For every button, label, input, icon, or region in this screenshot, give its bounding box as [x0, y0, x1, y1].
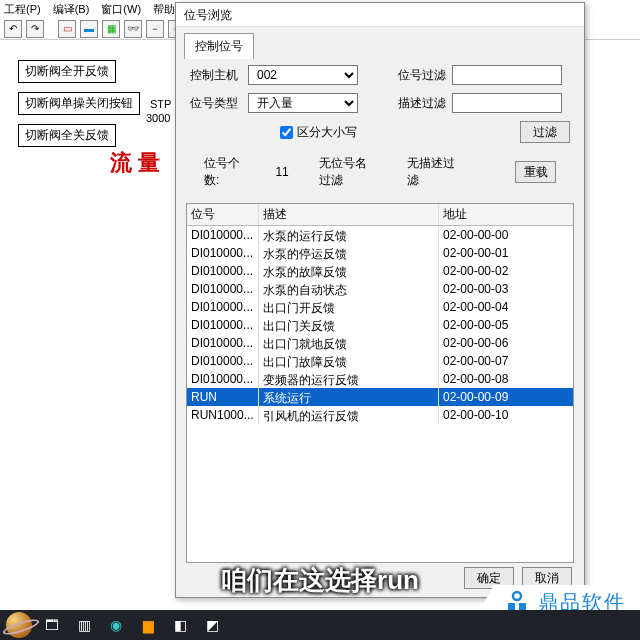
- col-desc[interactable]: 描述: [259, 204, 439, 225]
- table-row[interactable]: DI010000...出口门故障反馈02-00-00-07: [187, 352, 573, 370]
- tool-zoom-out-icon[interactable]: －: [146, 20, 164, 38]
- label-type: 位号类型: [190, 95, 242, 112]
- label-count: 位号个数:: [204, 155, 245, 189]
- label-host: 控制主机: [190, 67, 242, 84]
- label-flow: 流 量: [110, 148, 160, 178]
- table-row[interactable]: DI010000...出口门就地反馈02-00-00-06: [187, 334, 573, 352]
- design-canvas: 切断阀全开反馈 切断阀单操关闭按钮 切断阀全关反馈 STP 3000 流 量: [0, 40, 180, 600]
- tool-redo-icon[interactable]: ↷: [26, 20, 44, 38]
- table-row[interactable]: DI010000...水泵的自动状态02-00-00-03: [187, 280, 573, 298]
- label-stp: STP: [150, 98, 171, 110]
- taskbar[interactable]: 🗔 ▥ ◉ ▆ ◧ ◩: [0, 610, 640, 640]
- menu-window[interactable]: 窗口(W): [101, 2, 141, 16]
- tool-binoculars-icon[interactable]: 👓: [124, 20, 142, 38]
- select-host[interactable]: 002: [248, 65, 358, 85]
- checkbox-case[interactable]: [280, 126, 293, 139]
- table-row[interactable]: RUN1000...引风机的运行反馈02-00-00-10: [187, 406, 573, 424]
- svg-point-0: [513, 592, 521, 600]
- tool-rect-icon[interactable]: ▭: [58, 20, 76, 38]
- label-case: 区分大小写: [297, 124, 357, 141]
- task-app2-icon[interactable]: ▥: [72, 613, 96, 637]
- svg-rect-1: [508, 603, 515, 610]
- node-valve-open[interactable]: 切断阀全开反馈: [18, 60, 116, 83]
- col-tag[interactable]: 位号: [187, 204, 259, 225]
- select-type[interactable]: 开入量: [248, 93, 358, 113]
- node-valve-closed[interactable]: 切断阀全关反馈: [18, 124, 116, 147]
- table-row[interactable]: DI010000...出口门开反馈02-00-00-04: [187, 298, 573, 316]
- label-nodesc: 无描述过滤: [407, 155, 455, 189]
- task-folder-icon[interactable]: ▆: [136, 613, 160, 637]
- reload-button[interactable]: 重载: [515, 161, 556, 183]
- table-row[interactable]: DI010000...水泵的故障反馈02-00-00-02: [187, 262, 573, 280]
- table-row[interactable]: DI010000...水泵的停运反馈02-00-00-01: [187, 244, 573, 262]
- tool-fill-icon[interactable]: ▬: [80, 20, 98, 38]
- dialog-title: 位号浏览: [176, 3, 584, 27]
- label-tag-filter: 位号过滤: [394, 67, 446, 84]
- menu-project[interactable]: 工程(P): [4, 2, 41, 16]
- label-noname: 无位号名过滤: [319, 155, 377, 189]
- table-body: DI010000...水泵的运行反馈02-00-00-00DI010000...…: [187, 226, 573, 424]
- tag-table[interactable]: 位号 描述 地址 DI010000...水泵的运行反馈02-00-00-00DI…: [186, 203, 574, 563]
- node-valve-close-btn[interactable]: 切断阀单操关闭按钮: [18, 92, 140, 115]
- table-row[interactable]: DI010000...出口门关反馈02-00-00-05: [187, 316, 573, 334]
- input-tag-filter[interactable]: [452, 65, 562, 85]
- tag-browse-dialog: 位号浏览 控制位号 控制主机 002 位号过滤 位号类型 开入量 描述过滤 区分…: [175, 2, 585, 598]
- input-desc-filter[interactable]: [452, 93, 562, 113]
- table-row[interactable]: DI010000...变频器的运行反馈02-00-00-08: [187, 370, 573, 388]
- start-icon[interactable]: [6, 612, 32, 638]
- tool-grid-icon[interactable]: ▦: [102, 20, 120, 38]
- label-3000: 3000: [146, 112, 170, 124]
- col-addr[interactable]: 地址: [439, 204, 549, 225]
- menu-compile[interactable]: 编译(B): [53, 2, 90, 16]
- task-app4-icon[interactable]: ◩: [200, 613, 224, 637]
- tab-control-tag[interactable]: 控制位号: [184, 33, 254, 59]
- value-count: 11: [275, 165, 288, 179]
- filter-form: 控制主机 002 位号过滤 位号类型 开入量 描述过滤 区分大小写 过滤 位号个…: [176, 55, 584, 199]
- label-desc-filter: 描述过滤: [394, 95, 446, 112]
- table-row[interactable]: DI010000...水泵的运行反馈02-00-00-00: [187, 226, 573, 244]
- task-edge-icon[interactable]: ◉: [104, 613, 128, 637]
- table-header: 位号 描述 地址: [187, 204, 573, 226]
- filter-button[interactable]: 过滤: [520, 121, 570, 143]
- task-app3-icon[interactable]: ◧: [168, 613, 192, 637]
- table-row[interactable]: RUN系统运行02-00-00-09: [187, 388, 573, 406]
- video-caption: 咱们在这选择run: [221, 563, 419, 598]
- task-app1-icon[interactable]: 🗔: [40, 613, 64, 637]
- tool-undo-icon[interactable]: ↶: [4, 20, 22, 38]
- svg-rect-2: [519, 603, 526, 610]
